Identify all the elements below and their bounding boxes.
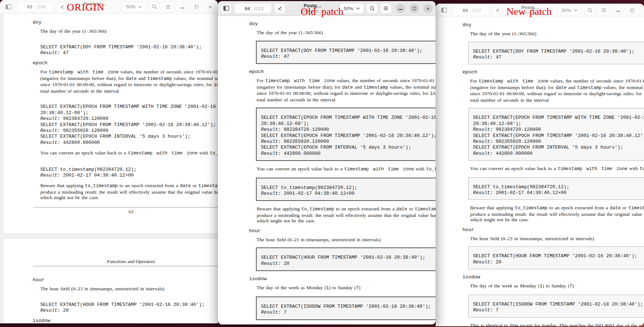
- inline-text: Beware that applying: [257, 206, 301, 211]
- minimize-icon: [399, 9, 402, 10]
- inline-code: date: [610, 206, 621, 211]
- zoom-level-dropdown[interactable]: 50%: [340, 3, 364, 13]
- inline-text: The day of the week as Monday (: [257, 285, 326, 290]
- zoom-level-dropdown[interactable]: 50%: [122, 2, 146, 12]
- document-view[interactable]: doyThe day of the year (1–365/366)SELECT…: [218, 16, 436, 324]
- annotate-button[interactable]: [492, 5, 503, 15]
- maximize-button[interactable]: [627, 5, 637, 15]
- doc-term: hour: [33, 277, 218, 283]
- doc-text-line: The hour field (0–23 in timestamps, unre…: [40, 286, 218, 292]
- result-label: Result:: [261, 151, 281, 156]
- result-label: Result:: [473, 151, 493, 156]
- total-pages-label: /212: [470, 5, 489, 15]
- code-example-block: SELECT EXTRACT(ISODOW FROM TIMESTAMP '20…: [468, 295, 644, 318]
- result-label: Result:: [473, 127, 493, 132]
- total-pages-label: /208: [34, 2, 53, 12]
- doc-text-line: For timestamp with time zone values, the…: [257, 78, 436, 84]
- minimize-button[interactable]: [396, 4, 405, 13]
- chevron-down-icon: [574, 9, 578, 11]
- close-button[interactable]: ×: [641, 5, 644, 15]
- inline-text: (negative for timestamps before that); f…: [470, 85, 555, 90]
- doc-paragraph: The day of the year (1–365/366): [40, 28, 218, 34]
- maximize-button[interactable]: [192, 2, 201, 12]
- result-value: 20: [281, 261, 289, 266]
- inline-text: since 1970-01-01 00:00:00, without regar…: [470, 91, 644, 96]
- window-title: Postgre… postgres…: [73, 1, 116, 12]
- page-number-entry[interactable]: 63 /208: [17, 2, 54, 12]
- code-line: SELECT EXTRACT(DOY FROM TIMESTAMP '2001-…: [40, 44, 218, 50]
- result-label: Result:: [261, 139, 281, 144]
- code-example-block: SELECT EXTRACT(DOY FROM TIMESTAMP '2001-…: [40, 44, 218, 56]
- code-line: Result: 7: [261, 310, 436, 315]
- doc-term: epoch: [462, 69, 644, 75]
- hamburger-menu-icon: [383, 6, 388, 11]
- code-line: SELECT EXTRACT(EPOCH FROM TIMESTAMP '200…: [261, 133, 436, 139]
- code-line: SELECT to_timestamp(982384720.12);: [261, 185, 436, 191]
- sidebar-toggle-button[interactable]: [3, 2, 14, 12]
- code-line: SELECT EXTRACT(EPOCH FROM INTERVAL '5 da…: [40, 134, 218, 140]
- inline-code: timestamp with time zone: [265, 78, 335, 84]
- search-button[interactable]: [367, 3, 378, 13]
- inline-text: values, the number of seconds since 1970…: [335, 78, 436, 83]
- code-example-block: SELECT EXTRACT(EPOCH FROM TIMESTAMP WITH…: [256, 108, 436, 161]
- pen-icon: [277, 5, 283, 11]
- doc-term: hour: [249, 228, 436, 234]
- minimize-button[interactable]: [614, 5, 623, 15]
- doc-text-line: You can convert an epoch value back to a…: [470, 166, 644, 172]
- result-label: Result:: [261, 127, 281, 132]
- annotate-button[interactable]: [57, 2, 68, 12]
- search-button[interactable]: [584, 5, 595, 15]
- document-view[interactable]: doyThe day of the year (1–365/366)SELECT…: [436, 17, 644, 326]
- inline-text: For: [40, 69, 49, 74]
- page-number-entry[interactable]: 64 /213: [235, 3, 272, 13]
- current-page-input[interactable]: 64: [453, 5, 470, 15]
- pen-icon: [59, 4, 65, 10]
- doc-paragraph: You can convert an epoch value back to a…: [470, 166, 644, 172]
- inline-code: date: [396, 207, 407, 212]
- inline-code: timestamp: [199, 183, 218, 189]
- inline-code: dow: [510, 323, 518, 326]
- inline-text: The day of the year (1–365/366): [40, 28, 107, 34]
- current-page-input[interactable]: 63: [17, 2, 34, 12]
- sidebar-toggle-button[interactable]: [221, 3, 232, 13]
- code-line: Result: 20: [40, 308, 218, 314]
- doc-paragraph: The day of the year (1–365/366): [257, 30, 436, 36]
- doc-text-line: For timestamp with time zone values, the…: [470, 78, 644, 85]
- minimize-button[interactable]: [178, 2, 187, 12]
- inline-text: You can convert an epoch value back to a: [40, 150, 128, 156]
- result-value: 982384720.120000: [493, 127, 541, 132]
- annotate-button[interactable]: [274, 3, 285, 13]
- current-page-input[interactable]: 64: [235, 4, 252, 13]
- code-line: SELECT EXTRACT(EPOCH FROM TIMESTAMP '200…: [40, 122, 218, 128]
- document-subtitle: postgres…: [73, 7, 116, 12]
- sidebar-icon: [5, 4, 11, 9]
- inline-text: Beware that applying: [40, 183, 85, 188]
- close-button[interactable]: ×: [423, 4, 433, 13]
- result-label: Result:: [261, 54, 281, 59]
- main-menu-button[interactable]: [598, 5, 609, 15]
- main-menu-button[interactable]: [380, 3, 391, 13]
- code-line: SELECT EXTRACT(DOY FROM TIMESTAMP '2001-…: [261, 48, 436, 54]
- search-button[interactable]: [149, 2, 160, 12]
- doc-paragraph: The hour field (0–23 in timestamps, unre…: [40, 286, 218, 292]
- maximize-button[interactable]: [409, 4, 419, 13]
- zoom-level-dropdown[interactable]: 50%: [558, 5, 582, 15]
- sidebar-toggle-button[interactable]: [439, 5, 449, 15]
- page-number-entry[interactable]: 64 /212: [452, 5, 489, 15]
- result-label: Result:: [40, 140, 60, 145]
- main-menu-button[interactable]: [163, 2, 174, 12]
- inline-code: to_timestamp: [640, 166, 644, 171]
- close-button[interactable]: ×: [205, 2, 215, 12]
- document-view[interactable]: doyThe day of the year (1–365/366)SELECT…: [0, 14, 218, 323]
- doc-text-line: The hour field (0–23 in timestamps, unre…: [470, 236, 644, 242]
- doc-text-line: The hour field (0–23 in timestamps, unre…: [257, 237, 436, 243]
- inline-text: total number of seconds in the interval: [40, 88, 119, 94]
- inline-text: For: [257, 78, 265, 83]
- doc-paragraph: This is identical to dow except for Sund…: [470, 323, 644, 326]
- code-line: SELECT EXTRACT(ISODOW FROM TIMESTAMP '20…: [473, 302, 644, 307]
- inline-code: to_timestamp: [301, 207, 334, 212]
- code-example-block: SELECT EXTRACT(EPOCH FROM TIMESTAMP WITH…: [468, 108, 644, 161]
- inline-text: produce a misleading result: the result …: [470, 211, 644, 217]
- inline-text: since 1970-01-01 00:00:00, without regar…: [40, 82, 214, 87]
- inline-text: total number of seconds in the interval: [257, 97, 335, 102]
